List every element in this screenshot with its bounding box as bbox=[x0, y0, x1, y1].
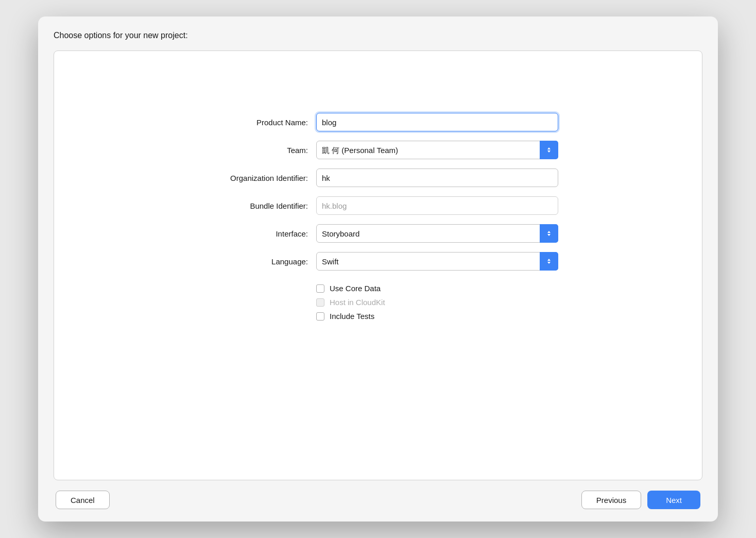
language-row: Language: Swift bbox=[198, 252, 558, 271]
checkboxes-container: Use Core Data Host in CloudKit Include T… bbox=[316, 284, 558, 321]
include-tests-label: Include Tests bbox=[330, 312, 374, 321]
product-name-input[interactable] bbox=[316, 113, 558, 131]
bundle-id-value: hk.blog bbox=[316, 196, 558, 215]
cancel-button[interactable]: Cancel bbox=[56, 491, 110, 509]
product-name-row: Product Name: bbox=[198, 113, 558, 131]
org-id-label: Organization Identifier: bbox=[198, 174, 316, 182]
content-area: Product Name: Team: 凱 何 (Personal Team) bbox=[54, 51, 702, 480]
use-core-data-checkbox[interactable] bbox=[316, 284, 324, 293]
previous-button[interactable]: Previous bbox=[581, 491, 641, 509]
language-select-wrapper: Swift bbox=[316, 252, 558, 271]
host-cloudkit-item: Host in CloudKit bbox=[316, 298, 558, 307]
language-label: Language: bbox=[198, 257, 316, 266]
footer-right-buttons: Previous Next bbox=[581, 491, 700, 509]
team-label: Team: bbox=[198, 146, 316, 155]
include-tests-item: Include Tests bbox=[316, 312, 558, 321]
interface-select[interactable]: Storyboard bbox=[316, 224, 558, 243]
interface-select-wrapper: Storyboard bbox=[316, 224, 558, 243]
org-id-input[interactable] bbox=[316, 169, 558, 187]
next-button[interactable]: Next bbox=[647, 491, 700, 509]
dialog: Choose options for your new project: Pro… bbox=[38, 16, 718, 522]
interface-row: Interface: Storyboard bbox=[198, 224, 558, 243]
language-select[interactable]: Swift bbox=[316, 252, 558, 271]
include-tests-checkbox[interactable] bbox=[316, 312, 324, 321]
bundle-id-label: Bundle Identifier: bbox=[198, 201, 316, 210]
interface-label: Interface: bbox=[198, 229, 316, 238]
host-cloudkit-checkbox[interactable] bbox=[316, 298, 324, 307]
team-row: Team: 凱 何 (Personal Team) bbox=[198, 141, 558, 159]
team-select-wrapper: 凱 何 (Personal Team) bbox=[316, 141, 558, 159]
host-cloudkit-label: Host in CloudKit bbox=[330, 298, 385, 307]
product-name-label: Product Name: bbox=[198, 118, 316, 127]
use-core-data-item: Use Core Data bbox=[316, 284, 558, 293]
use-core-data-label: Use Core Data bbox=[330, 284, 381, 293]
dialog-title: Choose options for your new project: bbox=[54, 31, 702, 40]
dialog-footer: Cancel Previous Next bbox=[54, 491, 702, 509]
team-select[interactable]: 凱 何 (Personal Team) bbox=[316, 141, 558, 159]
form-container: Product Name: Team: 凱 何 (Personal Team) bbox=[198, 113, 558, 321]
org-id-row: Organization Identifier: bbox=[198, 169, 558, 187]
bundle-id-row: Bundle Identifier: hk.blog bbox=[198, 196, 558, 215]
